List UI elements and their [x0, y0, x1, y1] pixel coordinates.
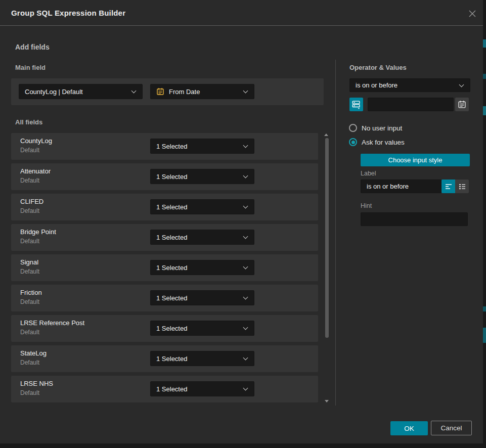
field-sublabel: Default: [20, 298, 39, 305]
unique-values-icon: [351, 100, 361, 109]
operator-select-value: is on or before: [356, 81, 397, 89]
chevron-down-icon: [243, 173, 248, 178]
field-sublabel: Default: [20, 389, 39, 396]
radio-ask-for-values[interactable]: Ask for values: [349, 138, 405, 146]
field-selected-dropdown[interactable]: 1 Selected: [150, 199, 254, 214]
chevron-down-icon: [459, 82, 464, 87]
field-sublabel: Default: [20, 329, 39, 336]
field-name: Signal: [20, 258, 38, 266]
chevron-down-icon: [243, 204, 248, 209]
radio-no-user-input-label: No user input: [362, 124, 402, 132]
field-name: CountyLog: [20, 137, 52, 145]
calendar-icon: [156, 87, 164, 96]
field-name: CLIFED: [20, 198, 43, 205]
chevron-down-icon: [243, 386, 248, 391]
field-selected-dropdown[interactable]: 1 Selected: [150, 290, 254, 305]
field-row: StateLog Default 1 Selected: [11, 345, 318, 372]
scrollbar-down-arrow[interactable]: [325, 400, 329, 402]
chevron-down-icon: [243, 234, 248, 239]
chevron-down-icon: [131, 88, 137, 94]
field-selected-dropdown[interactable]: 1 Selected: [150, 260, 254, 275]
main-field-heading: Main field: [15, 64, 46, 71]
dialog-title: Group SQL Expression Builder: [11, 0, 125, 26]
list-style-button[interactable]: [455, 180, 469, 193]
field-selected-dropdown[interactable]: 1 Selected: [150, 321, 254, 336]
chevron-down-icon: [243, 88, 248, 94]
radio-unselected-icon: [349, 124, 357, 132]
field-selected-value: 1 Selected: [156, 264, 187, 272]
field-row: Bridge Point Default 1 Selected: [11, 224, 318, 251]
calendar-icon: [458, 100, 466, 109]
main-field-select-value: From Date: [169, 88, 200, 96]
main-field-select[interactable]: From Date: [150, 84, 254, 99]
choose-input-style-button[interactable]: Choose input style: [361, 154, 470, 166]
close-button[interactable]: [467, 8, 478, 19]
label-input[interactable]: is on or before: [361, 180, 441, 193]
all-fields-list: CountyLog Default 1 Selected Attenuator …: [11, 133, 318, 406]
radio-selected-icon: [349, 138, 357, 146]
dialog-header: Group SQL Expression Builder: [0, 0, 483, 26]
align-left-lines-icon: [445, 183, 453, 191]
operator-select[interactable]: is on or before: [349, 78, 470, 92]
field-sublabel: Default: [20, 147, 39, 154]
field-name: Friction: [20, 289, 42, 296]
cancel-button[interactable]: Cancel: [431, 421, 472, 435]
field-sublabel: Default: [20, 238, 39, 245]
field-sublabel: Default: [20, 268, 39, 275]
field-sublabel: Default: [20, 359, 39, 366]
date-value-input[interactable]: [368, 98, 454, 111]
field-selected-value: 1 Selected: [156, 385, 187, 393]
chevron-down-icon: [243, 143, 248, 148]
field-selected-dropdown[interactable]: 1 Selected: [150, 230, 254, 245]
field-row: LRSE Reference Post Default 1 Selected: [11, 315, 318, 342]
ok-button[interactable]: OK: [390, 421, 428, 435]
field-selected-value: 1 Selected: [156, 203, 187, 211]
scrollbar-up-arrow[interactable]: [324, 133, 328, 136]
field-selected-value: 1 Selected: [156, 143, 187, 150]
single-value-style-button[interactable]: [441, 180, 455, 193]
main-layer-select-value: CountyLog | Default: [25, 88, 83, 96]
field-name: Bridge Point: [20, 228, 56, 236]
scrollbar-thumb[interactable]: [325, 138, 329, 338]
operator-values-heading: Operator & Values: [349, 64, 407, 71]
chevron-down-icon: [243, 264, 248, 270]
unique-values-button[interactable]: [349, 98, 363, 111]
vertical-divider: [335, 60, 336, 406]
field-name: LRSE NHS: [20, 380, 53, 387]
field-selected-value: 1 Selected: [156, 325, 187, 332]
field-name: Attenuator: [20, 167, 51, 175]
chevron-down-icon: [243, 325, 248, 330]
field-row: CountyLog Default 1 Selected: [11, 133, 318, 160]
date-picker-button[interactable]: [455, 98, 469, 111]
field-selected-dropdown[interactable]: 1 Selected: [150, 139, 254, 154]
field-selected-value: 1 Selected: [156, 294, 187, 302]
field-row: CLIFED Default 1 Selected: [11, 194, 318, 220]
field-selected-value: 1 Selected: [156, 355, 187, 363]
field-row: Signal Default 1 Selected: [11, 254, 318, 281]
field-row: Friction Default 1 Selected: [11, 285, 318, 311]
main-field-box: CountyLog | Default From Date: [11, 78, 324, 105]
field-selected-dropdown[interactable]: 1 Selected: [150, 169, 254, 184]
field-name: LRSE Reference Post: [20, 319, 84, 327]
bulleted-list-icon: [458, 183, 466, 191]
chevron-down-icon: [243, 295, 248, 300]
main-layer-select[interactable]: CountyLog | Default: [19, 84, 143, 99]
field-selected-dropdown[interactable]: 1 Selected: [150, 381, 254, 396]
add-fields-heading: Add fields: [15, 43, 50, 51]
field-row: Attenuator Default 1 Selected: [11, 163, 318, 190]
radio-no-user-input[interactable]: No user input: [349, 124, 402, 132]
close-icon: [468, 10, 476, 18]
chevron-down-icon: [243, 355, 248, 361]
field-selected-value: 1 Selected: [156, 173, 187, 181]
field-selected-value: 1 Selected: [156, 234, 187, 241]
group-sql-expression-builder-dialog: Group SQL Expression Builder Add fields …: [0, 0, 483, 443]
field-sublabel: Default: [20, 177, 39, 184]
all-fields-heading: All fields: [15, 118, 42, 126]
field-name: StateLog: [20, 349, 47, 357]
label-label: Label: [361, 170, 376, 177]
hint-label: Hint: [361, 202, 372, 209]
field-row: LRSE NHS Default 1 Selected: [11, 376, 318, 402]
field-selected-dropdown[interactable]: 1 Selected: [150, 351, 254, 366]
label-input-value: is on or before: [367, 183, 409, 190]
hint-input[interactable]: [361, 212, 468, 226]
